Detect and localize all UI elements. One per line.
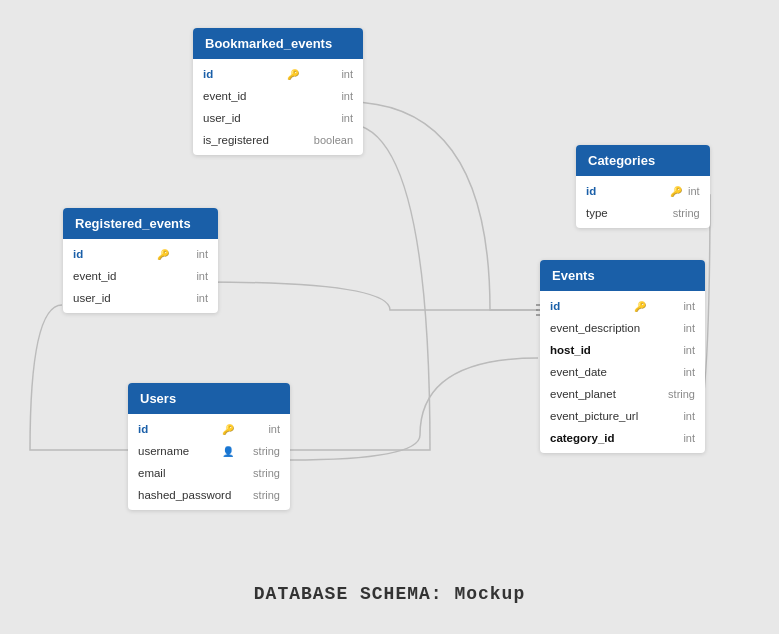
table-row: id 🔑 int bbox=[63, 243, 218, 265]
key-icon: 🔑 bbox=[222, 424, 234, 435]
table-body-registered: id 🔑 int event_id int user_id int bbox=[63, 239, 218, 313]
table-categories: Categories id 🔑 int type string bbox=[576, 145, 710, 228]
table-header-categories: Categories bbox=[576, 145, 710, 176]
table-row: user_id int bbox=[63, 287, 218, 309]
table-row: id 🔑 int bbox=[576, 180, 710, 202]
table-row: is_registered boolean bbox=[193, 129, 363, 151]
table-row: event_date int bbox=[540, 361, 705, 383]
key-icon: 🔑 bbox=[670, 186, 682, 197]
table-row: id 🔑 int bbox=[540, 295, 705, 317]
canvas: Bookmarked_events id 🔑 int event_id int … bbox=[0, 0, 779, 634]
table-header-bookmarked: Bookmarked_events bbox=[193, 28, 363, 59]
table-row: id 🔑 int bbox=[128, 418, 290, 440]
page-title: DATABASE SCHEMA: Mockup bbox=[254, 584, 525, 604]
table-header-users: Users bbox=[128, 383, 290, 414]
table-events: Events id 🔑 int event_description int ho… bbox=[540, 260, 705, 453]
table-row: username 👤 string bbox=[128, 440, 290, 462]
table-row: event_id int bbox=[63, 265, 218, 287]
table-bookmarked-events: Bookmarked_events id 🔑 int event_id int … bbox=[193, 28, 363, 155]
table-row: user_id int bbox=[193, 107, 363, 129]
table-body-categories: id 🔑 int type string bbox=[576, 176, 710, 228]
table-row: email string bbox=[128, 462, 290, 484]
table-row: host_id int bbox=[540, 339, 705, 361]
table-row: id 🔑 int bbox=[193, 63, 363, 85]
table-body-users: id 🔑 int username 👤 string email string … bbox=[128, 414, 290, 510]
table-row: event_planet string bbox=[540, 383, 705, 405]
table-row: event_description int bbox=[540, 317, 705, 339]
key-icon: 🔑 bbox=[287, 69, 299, 80]
key-icon: 🔑 bbox=[634, 301, 646, 312]
table-row: type string bbox=[576, 202, 710, 224]
table-body-events: id 🔑 int event_description int host_id i… bbox=[540, 291, 705, 453]
user-icon: 👤 bbox=[222, 446, 234, 457]
key-icon: 🔑 bbox=[157, 249, 169, 260]
table-header-registered: Registered_events bbox=[63, 208, 218, 239]
table-users: Users id 🔑 int username 👤 string email s… bbox=[128, 383, 290, 510]
table-row: event_picture_url int bbox=[540, 405, 705, 427]
table-row: category_id int bbox=[540, 427, 705, 449]
table-header-events: Events bbox=[540, 260, 705, 291]
table-body-bookmarked: id 🔑 int event_id int user_id int is_reg… bbox=[193, 59, 363, 155]
table-registered-events: Registered_events id 🔑 int event_id int … bbox=[63, 208, 218, 313]
table-row: event_id int bbox=[193, 85, 363, 107]
table-row: hashed_password string bbox=[128, 484, 290, 506]
